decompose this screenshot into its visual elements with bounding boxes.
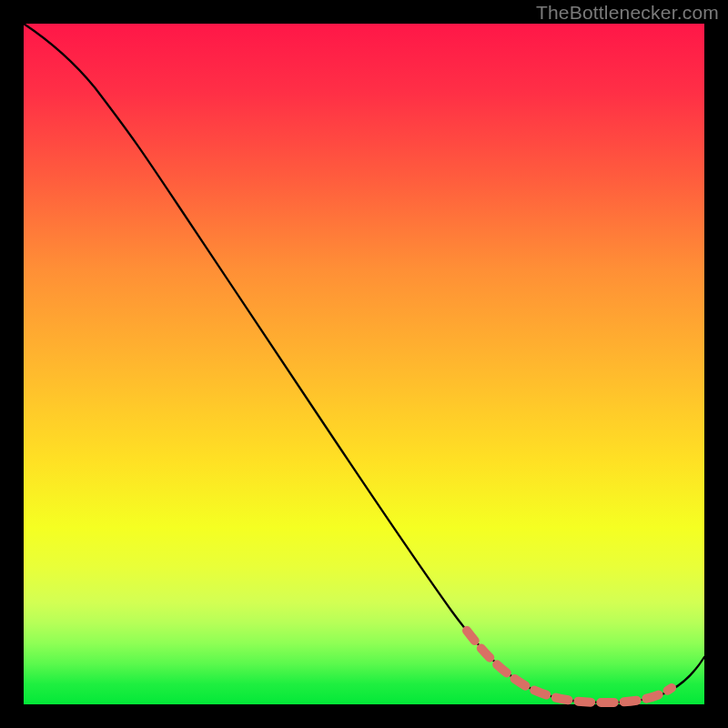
bottleneck-curve-line (24, 24, 704, 703)
highlight-band (467, 631, 672, 703)
watermark-text: TheBottlenecker.com (536, 2, 719, 24)
chart-frame: TheBottlenecker.com (0, 0, 728, 728)
plot-area (24, 24, 704, 704)
bottleneck-curve-svg (24, 24, 704, 704)
